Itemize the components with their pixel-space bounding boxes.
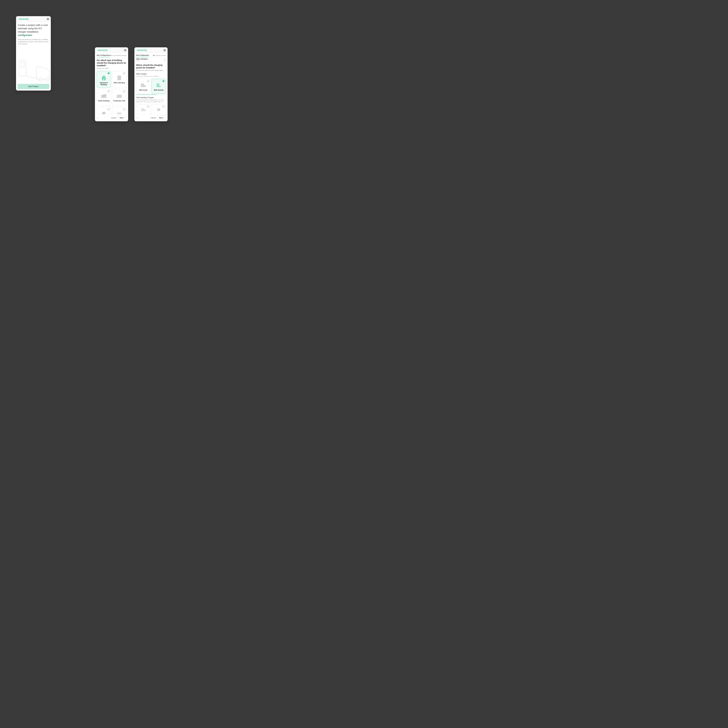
radio-icon xyxy=(123,72,125,74)
option-label: Wall Outside xyxy=(153,89,165,91)
public-building-icon xyxy=(98,93,110,99)
option-apartment-building[interactable]: Apartment Building xyxy=(97,71,111,88)
svg-rect-42 xyxy=(157,84,159,87)
svg-rect-28 xyxy=(103,113,103,113)
independent-icon xyxy=(113,111,125,114)
stand-icon xyxy=(137,107,149,112)
back-button[interactable]: ‹ xyxy=(136,116,139,119)
svg-rect-21 xyxy=(104,96,104,96)
svg-rect-10 xyxy=(120,76,120,77)
question-text: Where should the charging points be inst… xyxy=(136,64,166,69)
svg-rect-29 xyxy=(104,113,104,113)
intro-title-emph: configurator xyxy=(18,34,32,37)
wall-outside-icon xyxy=(153,83,165,88)
svg-rect-7 xyxy=(104,77,105,78)
step-header: New Configuration 2/7 Charger Location xyxy=(135,53,168,57)
next-button[interactable]: Next › xyxy=(157,116,166,120)
svg-rect-11 xyxy=(118,78,119,78)
svg-point-3 xyxy=(45,78,49,82)
app-header: electrofy xyxy=(135,47,168,53)
next-button[interactable]: Next › xyxy=(118,116,126,120)
svg-rect-44 xyxy=(158,84,159,85)
brand-logo: electrofy xyxy=(18,18,29,20)
svg-rect-25 xyxy=(119,96,119,97)
breadcrumb: New Configuration xyxy=(136,55,149,57)
svg-rect-1 xyxy=(21,62,24,67)
screen-building-type: electrofy New Configuration 1/7 Use & Bu… xyxy=(95,47,128,121)
intro-title-pre: Create a project with a cost estimate us… xyxy=(18,24,48,33)
option-label: Public Building xyxy=(98,100,110,102)
intro-title: Create a project with a cost estimate us… xyxy=(18,24,49,37)
wall-options-row[interactable]: Wall Inside Wall Outside xyxy=(136,79,166,94)
brand-logo: electrofy xyxy=(136,49,147,52)
option-production-hall[interactable]: Production Hall xyxy=(112,89,126,106)
context-building-icon xyxy=(164,59,166,61)
step-name: Use & Building Settings xyxy=(112,55,126,56)
question-text: For which type of building should the ch… xyxy=(97,59,126,67)
option-stand-1[interactable] xyxy=(136,104,150,114)
next-label: Next xyxy=(159,117,163,119)
svg-rect-41 xyxy=(142,84,143,85)
menu-icon[interactable] xyxy=(164,49,166,51)
wall-section-title: Wall Charger xyxy=(136,73,166,75)
menu-icon[interactable] xyxy=(124,49,126,51)
svg-rect-15 xyxy=(101,95,103,98)
svg-rect-0 xyxy=(19,60,26,76)
radio-icon xyxy=(123,108,125,110)
step-number: 2/7 xyxy=(153,55,155,56)
question-hint: Choose one option. xyxy=(97,67,126,69)
svg-rect-38 xyxy=(141,84,144,87)
cancel-button[interactable]: Cancel xyxy=(151,117,156,119)
building-options-grid: Apartment Building Office Building Publi… xyxy=(97,71,126,114)
radio-icon xyxy=(123,90,125,92)
svg-rect-33 xyxy=(104,113,105,114)
chevron-right-icon: › xyxy=(164,117,164,119)
option-wall-inside[interactable]: Wall Inside xyxy=(136,79,150,94)
cancel-button[interactable]: Cancel xyxy=(111,117,116,119)
svg-rect-17 xyxy=(102,96,102,96)
start-project-button[interactable]: Start Project xyxy=(17,84,49,89)
menu-icon[interactable] xyxy=(47,18,49,20)
chevron-right-icon: › xyxy=(124,117,124,119)
building-content: For which type of building should the ch… xyxy=(95,57,128,114)
svg-rect-48 xyxy=(158,109,159,110)
next-label: Next xyxy=(120,117,123,119)
radio-icon xyxy=(108,108,110,110)
app-header: electrofy xyxy=(95,47,128,53)
step-name: Charger Location xyxy=(155,55,166,56)
option-hotel[interactable]: Hotel xyxy=(97,107,111,114)
question-hint: Choose one option for both charger types… xyxy=(136,70,166,71)
svg-rect-20 xyxy=(105,95,105,95)
option-label: Wall Inside xyxy=(137,89,149,91)
svg-rect-26 xyxy=(120,96,121,97)
hotel-icon xyxy=(98,111,110,114)
option-wall-outside[interactable]: Wall Outside xyxy=(151,79,166,94)
option-independent[interactable]: Independent xyxy=(112,107,126,114)
option-public-building[interactable]: Public Building xyxy=(97,89,111,106)
svg-rect-6 xyxy=(102,77,103,78)
option-label: Production Hall xyxy=(113,100,125,102)
stand-options-row[interactable] xyxy=(136,104,166,114)
step-indicator: 1/7 Use & Building Settings xyxy=(110,55,126,56)
production-hall-icon xyxy=(113,93,125,99)
radio-icon xyxy=(162,80,165,82)
radio-icon xyxy=(162,106,165,108)
step-number: 1/7 xyxy=(110,55,112,56)
step-footer: ‹ Cancel Next › xyxy=(95,114,128,121)
step-footer: ‹ Cancel Next › xyxy=(135,114,168,121)
intro-content: Create a project with a cost estimate us… xyxy=(16,22,51,90)
radio-icon xyxy=(108,72,110,74)
svg-rect-39 xyxy=(144,85,145,87)
svg-rect-24 xyxy=(118,96,118,97)
stand-section-title: Self-standing Charger xyxy=(136,96,166,99)
back-button[interactable]: ‹ xyxy=(97,116,99,119)
screen-intro: electrofy Create a project with a cost e… xyxy=(16,16,51,90)
svg-rect-18 xyxy=(102,96,103,96)
svg-marker-23 xyxy=(117,95,122,98)
option-stand-2[interactable] xyxy=(151,104,166,114)
option-office-building[interactable]: Office Building xyxy=(112,71,126,88)
svg-rect-8 xyxy=(118,76,121,80)
scroll-indicator xyxy=(136,95,166,95)
svg-rect-22 xyxy=(105,96,105,96)
screen-charger-location: electrofy New Configuration 2/7 Charger … xyxy=(135,47,168,121)
